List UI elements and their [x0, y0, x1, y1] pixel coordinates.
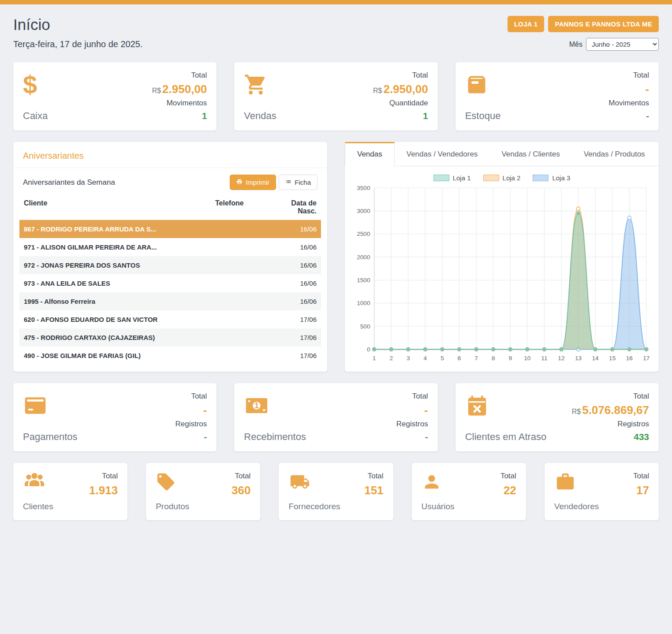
mini-card-vendedores: Vendedores Total 17: [545, 463, 659, 520]
count-value: 433: [572, 432, 649, 442]
total-label: Total: [89, 472, 118, 481]
svg-text:10: 10: [524, 355, 531, 362]
svg-text:1: 1: [373, 355, 376, 362]
month-picker: Mês Junho - 2025: [569, 38, 659, 51]
legend-loja-3[interactable]: Loja 3: [533, 174, 570, 182]
page-title: Início: [13, 16, 50, 34]
birthday-row[interactable]: 620 - AFONSO EDUARDO DE SAN VICTOR 17/06: [19, 310, 321, 328]
column-telefone: Telefone: [215, 199, 273, 215]
client-name: 475 - RODRIGO CARTAXO (CAJAZEIRAS): [24, 334, 215, 341]
svg-text:1500: 1500: [357, 277, 370, 283]
stat-title: Recebimentos: [244, 431, 306, 443]
birthday-row[interactable]: 1995 - Alfonso Ferreira 16/06: [19, 292, 321, 310]
svg-text:3: 3: [407, 355, 410, 362]
stat-card-clientes-em-atraso: Clientes em Atraso Total R$5.076.869,67 …: [455, 383, 659, 451]
print-button[interactable]: Imprimir: [230, 175, 276, 190]
svg-text:8: 8: [492, 355, 495, 362]
birth-date: 16/06: [273, 243, 317, 251]
mini-card-fornecedores: Fornecedores Total 151: [279, 463, 393, 520]
birthdays-subtitle: Aniversariantes da Semana: [23, 178, 115, 187]
svg-text:7: 7: [474, 355, 478, 362]
chart-area: 0500100015002000250030003500123456789101…: [345, 183, 659, 371]
total-label: Total: [373, 71, 428, 80]
total-label: Total: [231, 472, 250, 481]
total-value: 1.913: [89, 484, 118, 497]
svg-text:12: 12: [558, 355, 564, 362]
total-label: Total: [633, 472, 649, 481]
birthday-row[interactable]: 973 - ANA LEILA DE SALES 16/06: [19, 274, 321, 292]
company-badge[interactable]: PANNOS E PANNOS LTDA ME: [548, 16, 659, 32]
tab-vendas[interactable]: Vendas: [345, 142, 395, 166]
total-value: -: [396, 404, 428, 417]
birthday-row[interactable]: 972 - JONAS PEREIRA DOS SANTOS 16/06: [19, 256, 321, 274]
birthday-row[interactable]: 490 - JOSE GILMAR DE FARIAS (GIL) 17/06: [19, 347, 321, 365]
count-value: -: [396, 432, 428, 442]
stat-card-recebimentos: 1 Recebimentos Total - Registros -: [234, 383, 437, 451]
svg-text:17: 17: [643, 355, 650, 362]
tab-vendas-clientes[interactable]: Vendas / Clientes: [489, 142, 571, 166]
store-badge[interactable]: LOJA 1: [508, 16, 545, 32]
mini-title: Clientes: [23, 502, 53, 511]
svg-text:2500: 2500: [357, 231, 370, 237]
mid-stats-row: Pagamentos Total - Registros - 1 Recebim…: [13, 383, 659, 451]
birthdays-table: Cliente Telefone Data de Nasc. 867 - ROD…: [13, 196, 327, 365]
stat-title: Clientes em Atraso: [465, 431, 547, 443]
middle-row: Aniversariantes Aniversariantes da Seman…: [13, 142, 659, 372]
column-data-nasc: Data de Nasc.: [273, 199, 317, 215]
client-name: 973 - ANA LEILA DE SALES: [24, 280, 215, 287]
birth-date: 17/06: [273, 352, 317, 359]
count-value: 1: [152, 111, 207, 121]
current-date: Terça-feira, 17 de junho de 2025.: [13, 39, 143, 49]
list-icon: [285, 179, 291, 186]
legend-label: Loja 3: [552, 174, 570, 182]
svg-text:6: 6: [458, 355, 461, 362]
birthdays-table-body: 867 - RODRIGO PEREIRA ARRUDA DA S... 16/…: [19, 220, 321, 365]
mini-title: Vendedores: [554, 502, 599, 511]
people-icon: [23, 472, 53, 493]
birthday-row[interactable]: 867 - RODRIGO PEREIRA ARRUDA DA S... 16/…: [19, 220, 321, 238]
total-value: -: [175, 404, 207, 417]
mini-card-clientes: Clientes Total 1.913: [13, 463, 127, 520]
birthdays-panel: Aniversariantes Aniversariantes da Seman…: [13, 142, 327, 372]
birthday-row[interactable]: 971 - ALISON GILMAR PEREIRA DE ARA... 16…: [19, 238, 321, 256]
svg-text:14: 14: [592, 355, 599, 362]
legend-loja-2[interactable]: Loja 2: [483, 174, 521, 182]
dashboard-page: Início LOJA 1 PANNOS E PANNOS LTDA ME Te…: [0, 4, 672, 540]
svg-text:16: 16: [626, 355, 633, 362]
stat-card-estoque: Estoque Total - Movimentos -: [455, 62, 659, 131]
legend-loja-1[interactable]: Loja 1: [433, 174, 471, 182]
tab-vendas-produtos[interactable]: Vendas / Produtos: [572, 142, 657, 166]
dollar-icon: $: [23, 71, 48, 98]
tab-vendas-vendedores[interactable]: Vendas / Vendedores: [395, 142, 490, 166]
legend-label: Loja 1: [453, 174, 471, 182]
mini-card-usuarios: Usuários Total 22: [412, 463, 526, 520]
month-select[interactable]: Junho - 2025: [586, 38, 659, 51]
legend-swatch-loja-1: [433, 175, 449, 181]
total-label: Total: [175, 392, 207, 401]
birthdays-panel-title: Aniversariantes: [13, 151, 327, 168]
client-name: 971 - ALISON GILMAR PEREIRA DE ARA...: [24, 243, 215, 251]
client-name: 972 - JONAS PEREIRA DOS SANTOS: [24, 261, 215, 269]
stat-card-pagamentos: Pagamentos Total - Registros -: [13, 383, 217, 451]
box-icon: [465, 71, 501, 98]
calendar-x-icon: [465, 392, 547, 419]
total-label: Total: [609, 71, 649, 80]
svg-text:9: 9: [508, 355, 512, 362]
stat-title: Vendas: [244, 110, 276, 122]
header-badges: LOJA 1 PANNOS E PANNOS LTDA ME: [508, 16, 659, 32]
svg-text:15: 15: [609, 355, 616, 362]
total-value: R$5.076.869,67: [572, 404, 649, 417]
total-value: 151: [364, 484, 383, 497]
svg-text:3500: 3500: [357, 185, 370, 191]
credit-card-icon: [23, 392, 78, 419]
ficha-button[interactable]: Ficha: [279, 175, 317, 190]
legend-swatch-loja-3: [533, 175, 549, 181]
svg-text:2: 2: [389, 355, 393, 362]
birthday-row[interactable]: 475 - RODRIGO CARTAXO (CAJAZEIRAS) 17/06: [19, 328, 321, 347]
count-label: Movimentos: [609, 99, 649, 108]
banknote-icon: 1: [244, 392, 306, 419]
header: Início LOJA 1 PANNOS E PANNOS LTDA ME: [13, 11, 659, 36]
total-value: 22: [500, 484, 516, 497]
total-value: R$2.950,00: [373, 83, 428, 96]
bottom-stats-row: Clientes Total 1.913 Produtos Total 360: [13, 463, 659, 520]
